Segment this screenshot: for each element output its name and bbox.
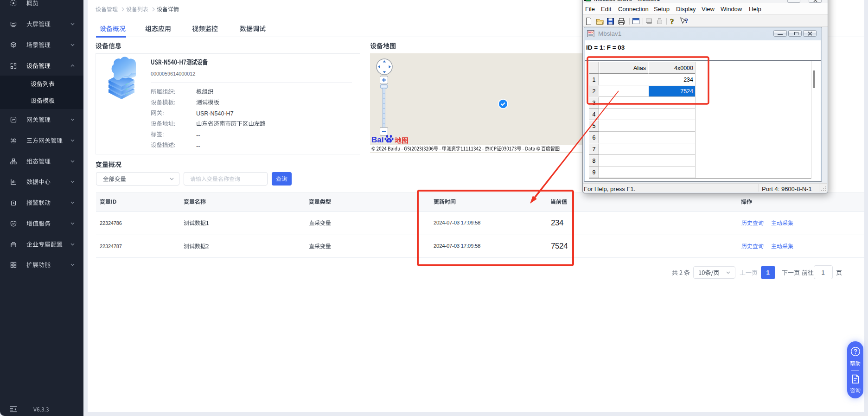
svg-text:?: ? [685,18,688,25]
svg-text:DOC: DOC [588,31,594,34]
svg-text:1: 1 [593,77,596,83]
svg-text:8: 8 [593,158,596,164]
svg-text:?: ? [670,17,674,26]
svg-text:234: 234 [683,77,693,83]
svg-text:2: 2 [593,88,596,95]
svg-text:7524: 7524 [680,88,693,95]
svg-text:Alias: Alias [633,65,646,71]
svg-text:5: 5 [593,123,596,129]
svg-text:6: 6 [593,134,596,141]
svg-text:7: 7 [593,146,596,153]
svg-text:4x0000: 4x0000 [674,65,693,71]
svg-text:9: 9 [593,169,596,176]
svg-text:3: 3 [593,100,596,106]
svg-text:4: 4 [593,111,596,118]
